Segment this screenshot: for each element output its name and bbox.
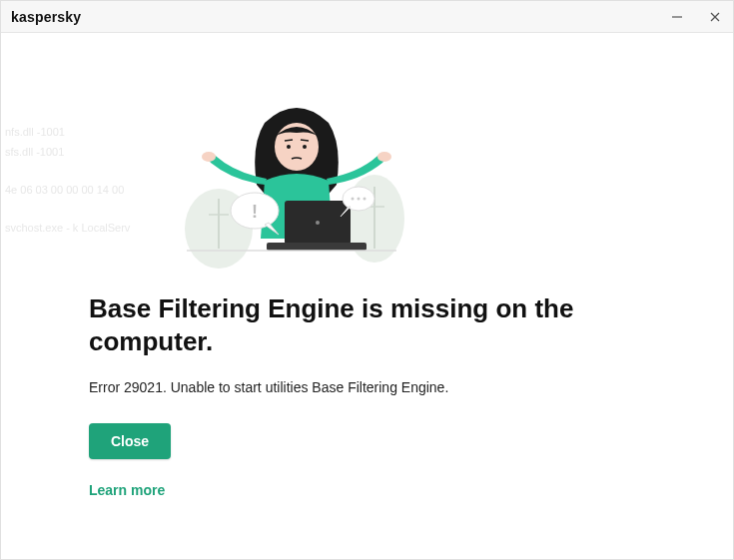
close-window-button[interactable] <box>707 9 723 25</box>
dialog-content: nfs.dll -1001 sfs.dll -1001 4e 06 03 00 … <box>1 33 733 499</box>
dialog-heading: Base Filtering Engine is missing on the … <box>89 292 608 357</box>
window-controls <box>669 9 723 25</box>
minimize-button[interactable] <box>669 9 685 25</box>
logo: kaspersky <box>11 9 81 25</box>
svg-text:!: ! <box>252 202 258 222</box>
titlebar: kaspersky <box>1 1 733 33</box>
svg-point-22 <box>352 198 355 201</box>
learn-more-link[interactable]: Learn more <box>89 482 165 498</box>
svg-line-12 <box>285 140 293 141</box>
ghost-text: sfs.dll -1001 <box>5 143 64 161</box>
ghost-text: nfs.dll -1001 <box>5 123 65 141</box>
svg-point-18 <box>316 221 320 225</box>
ghost-text: svchost.exe - k LocalServ <box>5 219 130 237</box>
svg-line-13 <box>301 140 309 141</box>
svg-point-15 <box>377 152 391 162</box>
svg-rect-17 <box>267 243 367 251</box>
dialog-body: Error 29021. Unable to start utilities B… <box>89 379 645 395</box>
svg-point-24 <box>364 198 367 201</box>
svg-point-23 <box>358 198 361 201</box>
ghost-text: 4e 06 03 00 00 00 14 00 <box>5 181 124 199</box>
close-button[interactable]: Close <box>89 423 171 459</box>
error-illustration: ! <box>137 89 456 269</box>
svg-point-11 <box>303 145 307 149</box>
svg-point-10 <box>287 145 291 149</box>
svg-point-14 <box>202 152 216 162</box>
